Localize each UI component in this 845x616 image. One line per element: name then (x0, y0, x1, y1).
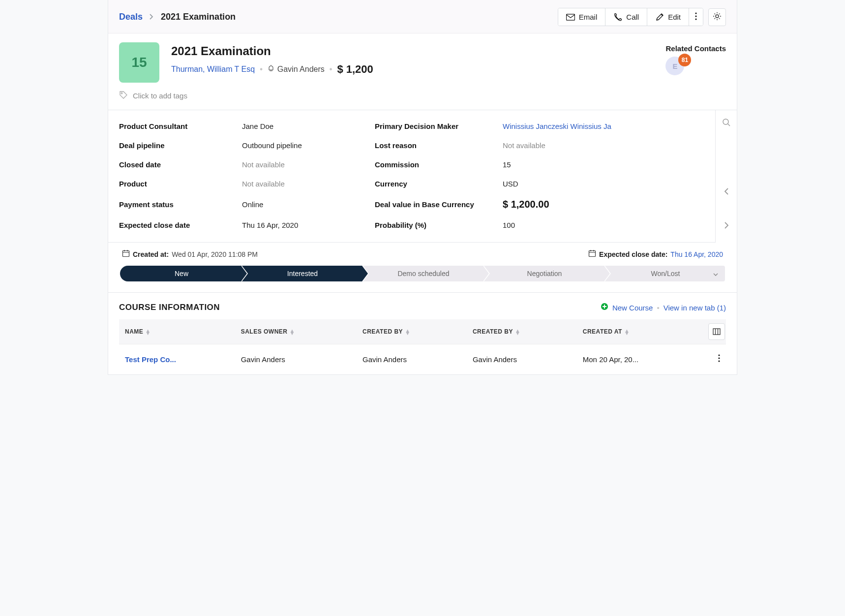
expand-left-icon[interactable] (724, 187, 729, 197)
pipeline-stage[interactable]: Demo scheduled (362, 266, 483, 281)
course-section-title: COURSE INFORMATION (119, 303, 220, 312)
call-button-label: Call (626, 13, 639, 21)
column-picker-button[interactable] (708, 323, 725, 340)
pipeline-stage[interactable]: Won/Lost (604, 266, 725, 281)
course-table: NAME▲▼SALES OWNER▲▼CREATED BY▲▼CREATED B… (119, 319, 726, 374)
svg-point-5 (121, 92, 122, 94)
course-name-link[interactable]: Test Prep Co... (125, 355, 176, 364)
breadcrumb: Deals 2021 Examination (119, 12, 236, 22)
calendar-icon (588, 249, 596, 259)
svg-rect-0 (566, 14, 574, 20)
detail-label: Probability (%) (375, 221, 478, 229)
detail-value: 15 (503, 160, 621, 169)
svg-point-13 (718, 360, 720, 362)
email-button[interactable]: Email (558, 8, 606, 26)
svg-point-1 (695, 12, 696, 14)
email-button-label: Email (579, 13, 598, 21)
breadcrumb-root-link[interactable]: Deals (119, 12, 143, 22)
dot-separator: • (330, 65, 332, 74)
pipeline-stage[interactable]: New (120, 266, 241, 281)
detail-label: Lost reason (375, 141, 478, 150)
cell-created-at: Mon 20 Apr, 20... (577, 344, 701, 375)
detail-label: Product (119, 180, 217, 188)
owner-name: Gavin Anders (277, 65, 325, 74)
detail-value: Not available (242, 180, 350, 188)
deal-score: 15 (119, 42, 159, 83)
view-in-new-tab-link[interactable]: View in new tab (1) (664, 304, 726, 312)
search-icon[interactable] (722, 118, 731, 128)
sort-icon: ▲▼ (405, 330, 410, 335)
sort-icon: ▲▼ (515, 330, 520, 335)
edit-button-label: Edit (668, 13, 681, 21)
svg-point-2 (695, 15, 696, 17)
detail-value: Not available (503, 141, 621, 150)
deal-value: $ 1,200 (337, 63, 373, 76)
detail-label: Commission (375, 160, 478, 169)
kebab-icon (718, 354, 720, 362)
sort-icon: ▲▼ (624, 330, 630, 335)
cell-created-by: Gavin Anders (357, 344, 467, 375)
detail-label: Expected close date (119, 221, 217, 229)
calendar-icon (122, 249, 130, 259)
detail-label: Closed date (119, 160, 217, 169)
dot-separator: • (657, 304, 659, 312)
table-header[interactable]: CREATED AT▲▼ (577, 319, 701, 344)
pipeline-stage[interactable]: Interested (241, 266, 362, 281)
detail-value: Outbound pipeline (242, 141, 350, 150)
columns-icon (713, 328, 721, 336)
cell-sales-owner: Gavin Anders (235, 344, 357, 375)
phone-icon (613, 13, 622, 22)
created-at-value: Wed 01 Apr, 2020 11:08 PM (172, 250, 258, 258)
expected-close-link[interactable]: Thu 16 Apr, 2020 (670, 250, 723, 258)
pipeline-stage[interactable]: Negotiation (483, 266, 604, 281)
table-header[interactable]: SALES OWNER▲▼ (235, 319, 357, 344)
owner-icon (268, 65, 274, 74)
more-actions-button[interactable] (689, 8, 703, 26)
chevron-down-icon (713, 270, 718, 277)
new-course-link[interactable]: New Course (612, 304, 653, 312)
svg-point-4 (716, 15, 719, 18)
table-header[interactable]: CREATED BY▲▼ (357, 319, 467, 344)
detail-value: Thu 16 Apr, 2020 (242, 221, 350, 229)
edit-button[interactable]: Edit (647, 8, 689, 26)
detail-value: Not available (242, 160, 350, 169)
detail-value: Jane Doe (242, 122, 350, 130)
cell-created-by: Gavin Anders (467, 344, 577, 375)
svg-point-3 (695, 18, 696, 20)
deal-details-grid: Product ConsultantJane DoePrimary Decisi… (108, 110, 715, 243)
plus-circle-icon (601, 303, 608, 312)
settings-button[interactable] (708, 8, 726, 26)
pipeline-stages: NewInterestedDemo scheduledNegotiationWo… (108, 263, 737, 293)
action-bar: Email Call Edit (558, 8, 726, 26)
table-header[interactable]: NAME▲▼ (119, 319, 235, 344)
detail-value: Online (242, 200, 350, 209)
mail-icon (566, 13, 575, 22)
svg-point-11 (718, 354, 720, 356)
owner-chip[interactable]: Gavin Anders (268, 65, 325, 74)
detail-label: Primary Decision Maker (375, 122, 478, 130)
row-menu-button[interactable] (701, 344, 726, 375)
call-button[interactable]: Call (605, 8, 647, 26)
detail-value[interactable]: Winissius Janczeski Winissius Ja (503, 122, 621, 130)
detail-value: USD (503, 180, 621, 188)
detail-label: Product Consultant (119, 122, 217, 130)
related-count-badge: 81 (678, 54, 691, 66)
svg-point-12 (718, 357, 720, 359)
sort-icon: ▲▼ (290, 330, 295, 335)
company-link[interactable]: Thurman, William T Esq (171, 65, 255, 74)
dot-separator: • (260, 65, 263, 74)
tags-placeholder[interactable]: Click to add tags (133, 92, 187, 100)
detail-label: Deal value in Base Currency (375, 200, 478, 209)
svg-rect-10 (713, 329, 720, 335)
related-contacts-avatar[interactable]: E 81 (665, 57, 687, 78)
chevron-right-icon (150, 13, 154, 21)
table-row[interactable]: Test Prep Co...Gavin AndersGavin AndersG… (119, 344, 726, 375)
deal-title: 2021 Examination (171, 44, 654, 58)
sort-icon: ▲▼ (145, 330, 151, 335)
detail-label: Payment status (119, 200, 217, 209)
svg-point-6 (723, 119, 728, 124)
gear-icon (713, 12, 722, 22)
expand-right-icon[interactable] (724, 221, 729, 231)
kebab-icon (695, 12, 697, 22)
table-header[interactable]: CREATED BY▲▼ (467, 319, 577, 344)
